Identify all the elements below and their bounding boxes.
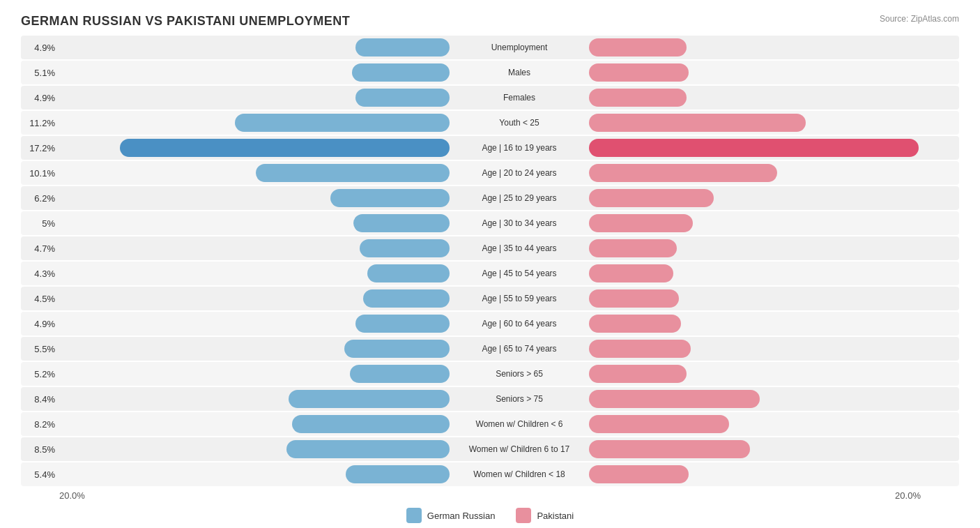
bar-blue — [363, 289, 450, 308]
left-value: 5.5% — [21, 344, 59, 354]
bar-blue — [360, 239, 450, 257]
row-label: Males — [450, 68, 589, 77]
right-bar-container — [589, 415, 979, 433]
left-value: 4.5% — [21, 294, 59, 304]
right-bar-container — [589, 390, 979, 408]
bar-blue — [235, 114, 450, 132]
row-label: Age | 55 to 59 years — [450, 294, 589, 303]
row-label: Seniors > 65 — [450, 369, 589, 379]
right-bar-container — [589, 114, 979, 132]
row-label: Females — [450, 93, 589, 103]
row-label: Women w/ Children 6 to 17 — [450, 444, 589, 454]
x-axis-left: 20.0% — [59, 490, 85, 501]
left-value: 10.1% — [21, 168, 59, 179]
left-bar-container — [59, 264, 450, 282]
bar-blue — [352, 63, 450, 82]
bar-pink — [589, 340, 691, 358]
bar-blue — [256, 164, 450, 182]
row-label: Women w/ Children < 6 — [450, 419, 589, 429]
left-bar-container — [59, 315, 450, 333]
chart-body: 4.9% Unemployment 5.1% 5.1% Males 5.2% 4… — [21, 36, 959, 486]
row-label: Unemployment — [450, 43, 589, 52]
left-value: 4.9% — [21, 319, 59, 329]
chart-row: 8.2% Women w/ Children < 6 7.3% — [21, 412, 959, 436]
row-label: Youth < 25 — [450, 118, 589, 128]
left-bar-container — [59, 164, 450, 182]
bar-pink — [589, 465, 689, 483]
legend-label-german-russian: German Russian — [427, 511, 496, 521]
legend-box-blue — [406, 508, 422, 523]
source-label: Source: ZipAtlas.com — [880, 14, 959, 24]
row-label: Age | 60 to 64 years — [450, 319, 589, 329]
left-bar-container — [59, 114, 450, 132]
row-label: Seniors > 75 — [450, 394, 589, 404]
legend-item-pakistani: Pakistani — [516, 508, 574, 523]
chart-row: 6.2% Age | 25 to 29 years 6.5% — [21, 186, 959, 210]
left-bar-container — [59, 289, 450, 308]
row-label: Age | 45 to 54 years — [450, 269, 589, 278]
bar-blue — [120, 139, 450, 157]
legend-label-pakistani: Pakistani — [537, 511, 574, 521]
left-bar-container — [59, 440, 450, 458]
left-value: 4.3% — [21, 269, 59, 279]
bar-blue — [289, 390, 450, 408]
bar-blue — [355, 38, 450, 56]
row-label: Age | 65 to 74 years — [450, 344, 589, 354]
left-value: 17.2% — [21, 143, 59, 153]
chart-row: 4.9% Females 5.1% — [21, 86, 959, 110]
bar-pink — [589, 289, 679, 308]
bar-pink — [589, 390, 760, 408]
bar-blue — [346, 465, 450, 483]
right-bar-container — [589, 38, 979, 56]
left-value: 4.9% — [21, 93, 59, 103]
right-bar-container — [589, 89, 979, 107]
right-bar-container — [589, 239, 979, 257]
bar-blue — [355, 89, 450, 107]
row-label: Age | 20 to 24 years — [450, 168, 589, 178]
left-bar-container — [59, 63, 450, 82]
chart-row: 8.4% Seniors > 75 8.9% — [21, 387, 959, 411]
row-label: Age | 30 to 34 years — [450, 218, 589, 228]
bar-blue — [350, 365, 450, 383]
chart-row: 5.2% Seniors > 65 5.1% — [21, 362, 959, 386]
chart-row: 5.1% Males 5.2% — [21, 61, 959, 84]
left-bar-container — [59, 340, 450, 358]
bar-pink — [589, 440, 750, 458]
right-bar-container — [589, 440, 979, 458]
right-bar-container — [589, 289, 979, 308]
left-value: 4.9% — [21, 43, 59, 53]
bar-blue — [355, 315, 450, 333]
right-bar-container — [589, 63, 979, 82]
bar-blue — [286, 440, 450, 458]
bar-pink — [589, 139, 919, 157]
left-value: 5.1% — [21, 68, 59, 78]
right-bar-container — [589, 264, 979, 282]
bar-pink — [589, 365, 687, 383]
left-value: 8.5% — [21, 444, 59, 455]
bar-pink — [589, 164, 777, 182]
x-axis: 20.0% 20.0% — [21, 490, 959, 501]
left-bar-container — [59, 415, 450, 433]
chart-container: GERMAN RUSSIAN VS PAKISTANI UNEMPLOYMENT… — [21, 14, 959, 523]
left-bar-container — [59, 139, 450, 157]
row-label: Age | 25 to 29 years — [450, 193, 589, 203]
left-value: 6.2% — [21, 193, 59, 204]
right-bar-container — [589, 164, 979, 182]
legend-item-german-russian: German Russian — [406, 508, 496, 523]
chart-row: 10.1% Age | 20 to 24 years 9.8% — [21, 161, 959, 185]
bar-blue — [344, 340, 450, 358]
x-axis-right: 20.0% — [895, 490, 921, 501]
right-bar-container — [589, 365, 979, 383]
row-label: Women w/ Children < 18 — [450, 469, 589, 479]
bar-pink — [589, 38, 687, 56]
left-bar-container — [59, 38, 450, 56]
right-bar-container — [589, 315, 979, 333]
bar-pink — [589, 239, 677, 257]
left-bar-container — [59, 390, 450, 408]
bar-pink — [589, 415, 729, 433]
right-bar-container — [589, 340, 979, 358]
bar-pink — [589, 63, 689, 82]
chart-row: 5.4% Women w/ Children < 18 5.2% — [21, 462, 959, 486]
left-value: 5.2% — [21, 369, 59, 379]
left-value: 4.7% — [21, 243, 59, 254]
